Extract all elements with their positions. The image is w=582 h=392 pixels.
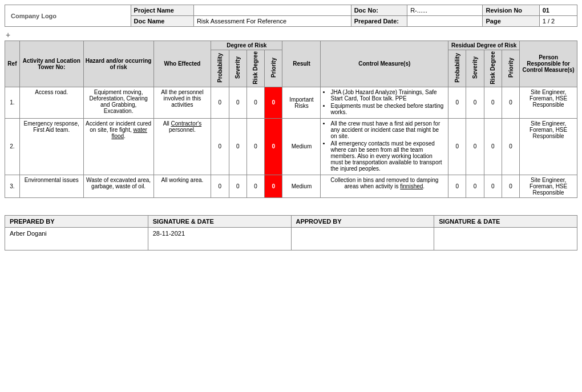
project-name-value [193, 5, 351, 16]
cell-res-severity: 0 [466, 118, 484, 175]
cell-priority: 0 [265, 87, 282, 118]
cell-res-priority: 0 [502, 175, 519, 197]
cell-activity: Access road. [19, 87, 83, 118]
cell-severity: 0 [229, 118, 246, 175]
cell-ref: 3. [5, 175, 20, 197]
cell-priority: 0 [265, 175, 282, 197]
page-value: 1 / 2 [539, 16, 577, 27]
col-header-res-probability: Probability [448, 50, 466, 87]
doc-name-value: Risk Assessment For Reference [193, 16, 351, 27]
col-header-person: Person Responsible for Control Measure(s… [520, 41, 577, 87]
prepared-by-label: PREPARED BY [5, 215, 148, 227]
cell-result: Important Risks [282, 87, 321, 118]
col-header-ref: Ref [5, 41, 20, 87]
cell-severity: 0 [229, 175, 246, 197]
prepared-by-value: Arber Dogani [5, 227, 148, 250]
cell-probability: 0 [211, 87, 229, 118]
header-table: Company Logo Project Name Doc No: R-....… [5, 5, 577, 27]
footer-table: PREPARED BY SIGNATURE & DATE APPROVED BY… [5, 215, 577, 250]
table-row: 3.Environmental issuesWaste of excavated… [5, 175, 577, 197]
col-header-residual-degree: Residual Degree of Risk [448, 41, 520, 50]
cell-res-probability: 0 [448, 118, 466, 175]
cell-control: All the crew must have a first aid perso… [321, 118, 448, 175]
cell-activity: Environmental issues [19, 175, 83, 197]
col-header-probability: Probability [211, 50, 229, 87]
cell-res-priority: 0 [502, 118, 519, 175]
prepared-date-label: Prepared Date: [351, 16, 407, 27]
add-row-button[interactable]: + [6, 30, 10, 39]
table-row: 2.Emergency response, First Aid team.Acc… [5, 118, 577, 175]
cell-probability: 0 [211, 175, 229, 197]
cell-hazard: Equipment moving, Deforestation, Clearin… [83, 87, 153, 118]
col-header-result: Result [282, 41, 321, 87]
col-header-hazard: Hazard and/or occurring of risk [83, 41, 153, 87]
col-header-res-risk-degree: Risk Degree [484, 50, 502, 87]
col-header-who: Who Effected [153, 41, 211, 87]
cell-who: All working area. [153, 175, 211, 197]
cell-probability: 0 [211, 118, 229, 175]
cell-hazard: Accident or incident cured on site, fire… [83, 118, 153, 175]
footer-section: PREPARED BY SIGNATURE & DATE APPROVED BY… [5, 215, 577, 250]
main-table: Ref Activity and Location Tower No: Haza… [5, 41, 577, 198]
cell-res-probability: 0 [448, 175, 466, 197]
cell-hazard: Waste of excavated area, garbage, waste … [83, 175, 153, 197]
revision-no-label: Revision No [483, 5, 539, 16]
cell-res-priority: 0 [502, 87, 519, 118]
doc-name-label: Doc Name [131, 16, 193, 27]
cell-person: Site Engineer, Foreman, HSE Responsible [520, 118, 577, 175]
project-name-label: Project Name [131, 5, 193, 16]
signature-date-label1: SIGNATURE & DATE [148, 215, 291, 227]
cell-res-risk-degree: 0 [484, 87, 502, 118]
cell-ref: 2. [5, 118, 20, 175]
cell-ref: 1. [5, 87, 20, 118]
table-row: 1.Access road.Equipment moving, Deforest… [5, 87, 577, 118]
cell-result: Medium [282, 118, 321, 175]
cell-risk-degree: 0 [246, 118, 264, 175]
col-header-priority: Priority [265, 50, 282, 87]
col-header-res-priority: Priority [502, 50, 519, 87]
cell-res-probability: 0 [448, 87, 466, 118]
cell-person: Site Engineer, Foreman, HSE Responsible [520, 87, 577, 118]
doc-no-label: Doc No: [351, 5, 407, 16]
approved-by-value [291, 227, 434, 250]
signature-date-value2 [434, 227, 577, 250]
cell-priority: 0 [265, 118, 282, 175]
cell-person: Site Engineer, Foreman, HSE Responsible [520, 175, 577, 197]
cell-risk-degree: 0 [246, 175, 264, 197]
prepared-date-value [407, 16, 483, 27]
col-header-res-severity: Severity [466, 50, 484, 87]
revision-no-value: 01 [539, 5, 577, 16]
cell-control: JHA (Job Hazard Analyze) Trainings, Safe… [321, 87, 448, 118]
col-header-degree-of-risk: Degree of Risk [211, 41, 282, 50]
cell-result: Medium [282, 175, 321, 197]
col-header-severity: Severity [229, 50, 246, 87]
approved-by-label: APPROVED BY [291, 215, 434, 227]
signature-date-label2: SIGNATURE & DATE [434, 215, 577, 227]
cell-risk-degree: 0 [246, 87, 264, 118]
cell-severity: 0 [229, 87, 246, 118]
cell-activity: Emergency response, First Aid team. [19, 118, 83, 175]
cell-control: Collection in bins and removed to dampin… [321, 175, 448, 197]
company-logo: Company Logo [5, 5, 131, 27]
cell-res-risk-degree: 0 [484, 118, 502, 175]
cell-res-severity: 0 [466, 87, 484, 118]
col-header-activity: Activity and Location Tower No: [19, 41, 83, 87]
page-label: Page [483, 16, 539, 27]
col-header-risk-degree: Risk Degree [246, 50, 264, 87]
col-header-control: Control Measure(s) [321, 41, 448, 87]
cell-res-severity: 0 [466, 175, 484, 197]
signature-date-value1: 28-11-2021 [148, 227, 291, 250]
cell-res-risk-degree: 0 [484, 175, 502, 197]
cell-who: All the personnel involved in this activ… [153, 87, 211, 118]
cell-who: All Contractor's personnel. [153, 118, 211, 175]
doc-no-value: R-...... [407, 5, 483, 16]
